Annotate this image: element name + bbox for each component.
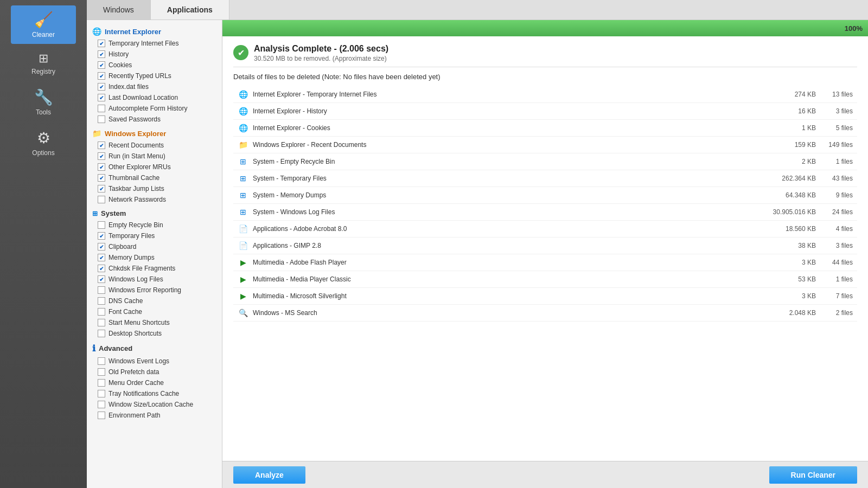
- file-size: 16 KB: [762, 107, 816, 115]
- folder-icon: 📁: [92, 129, 101, 138]
- checkbox-ie-history[interactable]: [98, 50, 105, 58]
- checkbox-we-netpw[interactable]: [98, 196, 105, 203]
- check-ie-lastdownload[interactable]: Last Download Location: [87, 92, 222, 103]
- check-ie-savedpasswords[interactable]: Saved Passwords: [87, 114, 222, 125]
- checkbox-we-thumbnail[interactable]: [98, 174, 105, 182]
- file-count: 9 files: [820, 191, 853, 199]
- checkbox-ie-indexdat[interactable]: [98, 83, 105, 91]
- check-we-netpasswords[interactable]: Network Passwords: [87, 194, 222, 205]
- checkbox-adv-envpath[interactable]: [98, 412, 105, 419]
- checkbox-sys-startmenu[interactable]: [98, 319, 105, 326]
- checkbox-sys-winlogs[interactable]: [98, 275, 105, 283]
- checkbox-adv-winsize[interactable]: [98, 401, 105, 408]
- checkbox-sys-memorydumps[interactable]: [98, 254, 105, 261]
- file-row: ⊞ System - Empty Recycle Bin 2 KB 1 file…: [233, 153, 857, 170]
- check-adv-winsize[interactable]: Window Size/Location Cache: [87, 399, 222, 410]
- file-row: ⊞ System - Memory Dumps 64.348 KB 9 file…: [233, 187, 857, 204]
- file-name: Windows - MS Search: [253, 309, 757, 317]
- bottom-bar: Analyze Run Cleaner: [222, 461, 868, 488]
- sidebar: 🧹 Cleaner ⊞ Registry 🔧 Tools ⚙ Options: [0, 0, 87, 488]
- label-ie-temp: Temporary Internet Files: [108, 40, 178, 47]
- ie-icon: 🌐: [92, 27, 101, 36]
- checkbox-ie-autocomplete[interactable]: [98, 105, 105, 112]
- checkbox-sys-fontcache[interactable]: [98, 308, 105, 316]
- check-sys-clipboard[interactable]: Clipboard: [87, 241, 222, 252]
- check-adv-menuorder[interactable]: Menu Order Cache: [87, 377, 222, 388]
- check-sys-desktop[interactable]: Desktop Shortcuts: [87, 328, 222, 339]
- checkbox-adv-eventlogs[interactable]: [98, 357, 105, 365]
- checkbox-sys-errrep[interactable]: [98, 286, 105, 294]
- file-name: Applications - GIMP 2.8: [253, 242, 757, 249]
- run-cleaner-button[interactable]: Run Cleaner: [769, 466, 857, 484]
- check-sys-dns[interactable]: DNS Cache: [87, 296, 222, 306]
- check-ie-history[interactable]: History: [87, 49, 222, 60]
- check-sys-chkdsk[interactable]: Chkdsk File Fragments: [87, 263, 222, 274]
- label-sys-recycle: Empty Recycle Bin: [108, 221, 163, 229]
- file-name: Multimedia - Microsoft Silverlight: [253, 292, 757, 300]
- checkbox-adv-tray[interactable]: [98, 390, 105, 397]
- checkbox-we-run[interactable]: [98, 152, 105, 160]
- sidebar-item-tools[interactable]: 🔧 Tools: [11, 83, 76, 121]
- check-adv-tray[interactable]: Tray Notifications Cache: [87, 388, 222, 399]
- checkbox-sys-tempfiles[interactable]: [98, 232, 105, 240]
- checkbox-ie-temp[interactable]: [98, 40, 105, 47]
- file-name: System - Temporary Files: [253, 175, 757, 182]
- check-adv-eventlogs[interactable]: Windows Event Logs: [87, 356, 222, 367]
- check-sys-startmenu[interactable]: Start Menu Shortcuts: [87, 317, 222, 328]
- file-row: ▶ Multimedia - Media Player Classic 53 K…: [233, 271, 857, 288]
- checkbox-adv-menuorder[interactable]: [98, 379, 105, 387]
- checkbox-sys-desktop[interactable]: [98, 330, 105, 337]
- check-sys-recycle[interactable]: Empty Recycle Bin: [87, 220, 222, 230]
- file-row: ⊞ System - Temporary Files 262.364 KB 43…: [233, 170, 857, 187]
- check-ie-cookies[interactable]: Cookies: [87, 60, 222, 70]
- sidebar-item-options[interactable]: ⚙ Options: [11, 124, 76, 162]
- label-we-recentdocs: Recent Documents: [108, 142, 164, 149]
- checkbox-ie-savedpw[interactable]: [98, 115, 105, 123]
- file-count: 13 files: [820, 91, 853, 98]
- file-size: 159 KB: [762, 141, 816, 149]
- label-we-netpw: Network Passwords: [108, 196, 166, 203]
- check-we-mruses[interactable]: Other Explorer MRUs: [87, 162, 222, 172]
- check-ie-indexdat[interactable]: Index.dat files: [87, 81, 222, 92]
- analysis-text: Analysis Complete - (2.006 secs) 30.520 …: [254, 44, 388, 62]
- check-ie-typed-urls[interactable]: Recently Typed URLs: [87, 70, 222, 81]
- checkbox-sys-clipboard[interactable]: [98, 243, 105, 251]
- cleaner-label: Cleaner: [32, 31, 55, 38]
- checkbox-we-mrus[interactable]: [98, 163, 105, 171]
- file-size: 64.348 KB: [762, 191, 816, 199]
- tab-applications[interactable]: Applications: [151, 0, 229, 20]
- checkbox-ie-urls[interactable]: [98, 72, 105, 80]
- checkbox-sys-chkdsk[interactable]: [98, 265, 105, 272]
- checkbox-ie-cookies[interactable]: [98, 61, 105, 69]
- file-size: 3 KB: [762, 259, 816, 266]
- checkbox-sys-dns[interactable]: [98, 297, 105, 305]
- check-sys-memorydumps[interactable]: Memory Dumps: [87, 252, 222, 263]
- file-count: 44 files: [820, 259, 853, 266]
- file-name: Multimedia - Media Player Classic: [253, 275, 757, 283]
- check-we-thumbnail[interactable]: Thumbnail Cache: [87, 172, 222, 183]
- check-adv-prefetch[interactable]: Old Prefetch data: [87, 367, 222, 377]
- sidebar-item-cleaner[interactable]: 🧹 Cleaner: [11, 5, 76, 44]
- check-sys-fontcache[interactable]: Font Cache: [87, 306, 222, 317]
- ie-icon: 🌐: [238, 106, 248, 117]
- file-count: 2 files: [820, 309, 853, 317]
- check-we-recentdocs[interactable]: Recent Documents: [87, 140, 222, 151]
- check-sys-tempfiles[interactable]: Temporary Files: [87, 230, 222, 241]
- checkbox-sys-recycle[interactable]: [98, 221, 105, 229]
- check-ie-autocomplete[interactable]: Autocomplete Form History: [87, 103, 222, 114]
- tab-windows[interactable]: Windows: [87, 0, 151, 20]
- sidebar-item-registry[interactable]: ⊞ Registry: [11, 46, 76, 81]
- check-we-run[interactable]: Run (in Start Menu): [87, 151, 222, 162]
- flash-icon: ▶: [238, 257, 248, 268]
- checkbox-we-recentdocs[interactable]: [98, 142, 105, 149]
- checkbox-ie-lastdownload[interactable]: [98, 94, 105, 101]
- checkbox-we-jumplist[interactable]: [98, 185, 105, 192]
- progress-bar-container: 100%: [222, 20, 868, 36]
- check-sys-errorreporting[interactable]: Windows Error Reporting: [87, 285, 222, 296]
- check-sys-winlogs[interactable]: Windows Log Files: [87, 274, 222, 285]
- analyze-button[interactable]: Analyze: [233, 466, 305, 484]
- check-ie-temp-files[interactable]: Temporary Internet Files: [87, 38, 222, 49]
- check-adv-envpath[interactable]: Environment Path: [87, 410, 222, 421]
- checkbox-adv-prefetch[interactable]: [98, 368, 105, 376]
- check-we-jumplist[interactable]: Taskbar Jump Lists: [87, 183, 222, 194]
